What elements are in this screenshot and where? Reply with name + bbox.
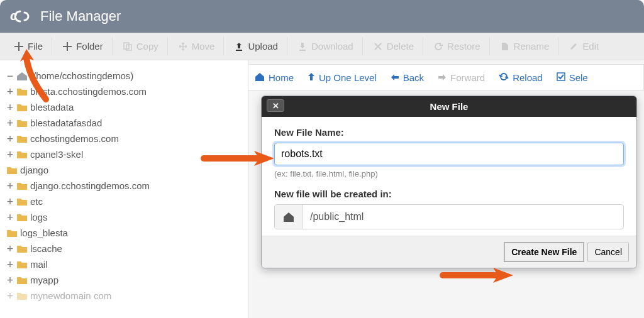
restore-label: Restore [447, 41, 480, 52]
file-icon [500, 41, 510, 52]
folder-icon [16, 134, 28, 143]
restore-icon [433, 41, 443, 52]
tree-item[interactable]: +mail [6, 256, 242, 272]
folder-icon [16, 103, 28, 112]
nav-up[interactable]: Up One Level [308, 72, 377, 83]
filename-input[interactable] [274, 143, 624, 165]
tree-item[interactable]: +blestadatafasdad [6, 115, 242, 131]
svg-rect-3 [236, 50, 242, 51]
app-header: c File Manager [0, 0, 644, 33]
copy-icon [123, 41, 133, 52]
tree-root[interactable]: − (/home/cchostingdemos) [6, 68, 242, 84]
tree-item[interactable]: +logs [6, 209, 242, 225]
filename-hint: (ex: file.txt, file.html, file.php) [274, 169, 624, 178]
expand-icon[interactable]: + [6, 135, 14, 143]
plus-icon [14, 41, 24, 52]
new-file-button[interactable]: File [5, 37, 52, 55]
close-icon: ✕ [272, 101, 279, 111]
create-file-button[interactable]: Create New File [504, 243, 584, 261]
path-value[interactable]: /public_html [303, 205, 623, 229]
nav-reload[interactable]: Reload [499, 72, 543, 83]
dialog-close-button[interactable]: ✕ [267, 99, 284, 112]
expand-icon[interactable]: + [6, 214, 14, 221]
expand-icon[interactable]: + [6, 104, 14, 111]
expand-icon[interactable]: + [6, 88, 14, 96]
svg-rect-5 [557, 73, 565, 80]
folder-icon [16, 150, 28, 159]
folder-icon [16, 119, 28, 128]
copy-button[interactable]: Copy [114, 37, 168, 55]
expand-icon[interactable]: + [6, 277, 14, 284]
collapse-icon[interactable]: − [6, 72, 14, 80]
rename-button[interactable]: Rename [491, 37, 559, 55]
upload-button[interactable]: Upload [225, 37, 287, 55]
dialog-titlebar[interactable]: ✕ New File [262, 96, 636, 117]
folder-icon [16, 87, 28, 96]
tree-item-label: cchostingdemos.com [30, 133, 119, 144]
move-button[interactable]: Move [169, 37, 225, 55]
tree-item-label: blestadata [30, 102, 74, 112]
tree-item[interactable]: +lscache [6, 241, 242, 256]
tree-item[interactable]: +mynewdomain com [6, 288, 242, 304]
tree-item[interactable]: +blestadata [6, 99, 242, 115]
rename-label: Rename [514, 41, 550, 52]
reload-icon [499, 72, 509, 83]
cancel-button[interactable]: Cancel [587, 243, 629, 261]
new-folder-label: Folder [76, 41, 103, 52]
nav-home[interactable]: Home [255, 72, 294, 83]
tree-item[interactable]: +cpanel3-skel [6, 146, 242, 162]
new-folder-button[interactable]: Folder [53, 37, 113, 55]
tree-item-label: django [20, 165, 48, 175]
new-file-label: File [28, 41, 43, 52]
upload-label: Upload [248, 41, 278, 52]
folder-icon [6, 166, 18, 175]
nav-bar: Home Up One Level Back Forward Reload Se… [248, 64, 644, 90]
expand-icon[interactable]: + [6, 245, 14, 253]
tree-item[interactable]: +myapp [6, 272, 242, 288]
expand-icon[interactable]: + [6, 151, 14, 158]
expand-icon[interactable]: + [6, 119, 14, 127]
tree-item-label: blesta.cchostingdemos.com [30, 86, 147, 97]
folder-icon [16, 244, 28, 253]
expand-icon[interactable]: + [6, 292, 14, 300]
folder-icon [16, 276, 28, 285]
nav-back[interactable]: Back [391, 72, 424, 83]
tree-item-label: mail [30, 259, 48, 270]
folder-icon [16, 292, 28, 300]
expand-icon[interactable]: + [6, 198, 14, 206]
nav-forward-label: Forward [450, 72, 485, 83]
nav-home-label: Home [269, 72, 294, 83]
nav-select-all[interactable]: Sele [557, 72, 588, 83]
new-file-dialog: ✕ New File New File Name: (ex: file.txt,… [261, 96, 637, 268]
tree-item[interactable]: logs_blesta [6, 225, 242, 241]
edit-button[interactable]: Edit [560, 37, 608, 55]
expand-icon[interactable]: + [6, 261, 14, 268]
tree-item-label: lscache [30, 243, 62, 254]
tree-item-label: logs_blesta [20, 228, 68, 238]
nav-back-label: Back [403, 72, 424, 83]
plus-icon [62, 41, 72, 52]
home-icon [16, 72, 28, 80]
restore-button[interactable]: Restore [425, 37, 490, 55]
tree-root-label: (/home/cchostingdemos) [30, 70, 133, 81]
tree-item[interactable]: +cchostingdemos.com [6, 131, 242, 146]
tree-item-label: myapp [30, 275, 58, 285]
move-icon [178, 41, 188, 52]
nav-reload-label: Reload [513, 72, 543, 83]
home-icon [275, 205, 303, 229]
arrow-up-icon [308, 72, 315, 83]
expand-icon[interactable]: + [6, 182, 14, 190]
download-icon [297, 41, 308, 52]
tree-item[interactable]: django [6, 162, 242, 178]
path-label: New file will be created in: [274, 189, 624, 199]
upload-icon [234, 41, 244, 52]
nav-forward[interactable]: Forward [438, 72, 485, 83]
nav-up-label: Up One Level [319, 72, 377, 83]
tree-item[interactable]: +django.cchostingdemos.com [6, 178, 242, 194]
page-title: File Manager [40, 8, 121, 25]
tree-item[interactable]: +etc [6, 194, 242, 209]
download-button[interactable]: Download [289, 37, 363, 55]
delete-button[interactable]: Delete [364, 37, 423, 55]
tree-item[interactable]: +blesta.cchostingdemos.com [6, 84, 242, 99]
pencil-icon [569, 41, 579, 52]
